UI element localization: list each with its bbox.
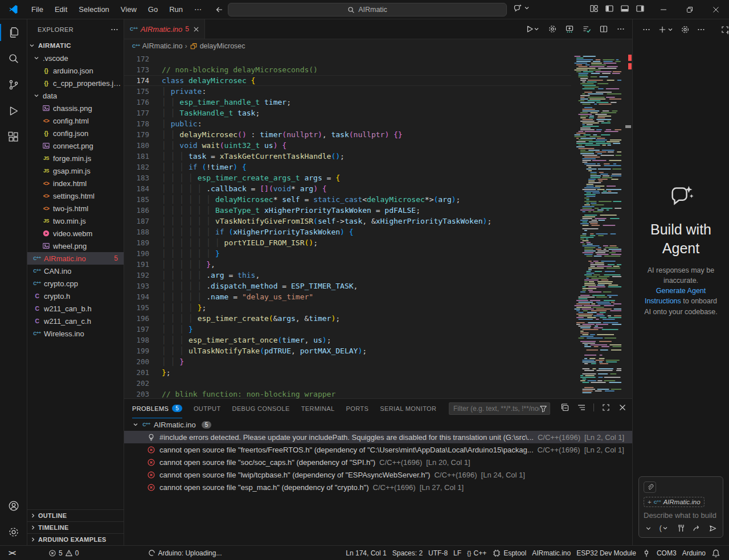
context-attachment-chip[interactable]: + C⁺⁺ AIRmatic.ino [644,497,705,507]
tree-item-data[interactable]: data [27,89,124,102]
model-dropdown[interactable]: ( [660,524,669,532]
code-line-189[interactable]: 189│ │ │ │ │ │ │ portYIELD_FROM_ISR(); [124,237,571,248]
tree-item-crypto-cpp[interactable]: C⁺⁺crypto.cpp [27,277,124,290]
code-line-182[interactable]: 182│ │ │ if (!timer) { [124,162,571,172]
activitybar-explorer[interactable] [0,19,27,46]
tree-item-two-js-html[interactable]: <>two-js.html [27,202,124,215]
toggle-sidebar-right-icon[interactable] [636,4,645,13]
panel-tab-ports[interactable]: PORTS [346,399,369,418]
code-line-183[interactable]: 183│ │ │ │ esp_timer_create_args_t args … [124,172,571,183]
tree-item-w211-can-c-h[interactable]: Cw211_can_c.h [27,315,124,327]
status-spaces--2[interactable]: Spaces: 2 [390,549,425,557]
tree-item-crypto-h[interactable]: Ccrypto.h [27,290,124,302]
tree-item-chassis-png[interactable]: chassis.png [27,102,124,114]
settings-button[interactable] [0,519,27,545]
problems-filter[interactable] [449,402,550,415]
maximize-panel-icon[interactable] [601,403,611,412]
code-line-172[interactable]: 172 [124,53,571,64]
tree-item-config-json[interactable]: {}config.json [27,127,124,139]
menu-selection[interactable]: Selection [73,3,114,15]
tree-item-gsap-min-js[interactable]: JSgsap.min.js [27,164,124,177]
tree-item-airmatic-ino[interactable]: C⁺⁺AIRmatic.ino5 [27,252,124,265]
code-line-173[interactable]: 173// non-blocking delayMicroseconds() [124,64,571,75]
code-line-191[interactable]: 191│ │ │ │ │ }, [124,259,571,270]
tree-item-video-webm[interactable]: video.webm [27,227,124,240]
panel-tab-debug-console[interactable]: DEBUG CONSOLE [232,399,290,418]
menu-more[interactable]: ⋯ [189,3,207,15]
chevron-down-icon[interactable] [533,26,540,32]
board-config-gear-icon[interactable] [548,24,557,34]
status-esptool[interactable]: Esptool [489,549,529,558]
close-panel-icon[interactable] [618,403,627,412]
menu-file[interactable]: File [26,3,48,15]
code-line-194[interactable]: 194│ │ │ │ │ .name = "delay_us_timer" [124,291,571,302]
send-icon[interactable] [708,524,717,533]
editor-more-actions-icon[interactable] [616,24,625,34]
tree-item-c-cpp-properties-json[interactable]: {}c_cpp_properties.json [27,77,124,89]
tree-item-connect-png[interactable]: connect.png [27,139,124,152]
new-chat-icon[interactable] [658,25,667,34]
chat-input-box[interactable]: + C⁺⁺ AIRmatic.ino Describe what to buil… [638,476,723,538]
sidebar-section-outline[interactable]: OUTLINE [27,509,124,521]
split-editor-icon[interactable] [599,24,608,34]
code-line-181[interactable]: 181│ │ │ task = xTaskGetCurrentTaskHandl… [124,151,571,162]
chat-maximize-icon[interactable] [720,25,729,34]
problem-row-2[interactable]: cannot open source file "freertos/FreeRT… [124,443,632,456]
attach-context-button[interactable] [644,481,656,493]
sidebar-section-timeline[interactable]: TIMELINE [27,521,124,533]
panel-tab-terminal[interactable]: TERMINAL [301,399,335,418]
chat-input-placeholder[interactable]: Describe what to build [644,511,718,520]
tree-item-w211-can-b-h[interactable]: Cw211_can_b.h [27,302,124,315]
code-line-193[interactable]: 193│ │ │ │ │ .dispatch_method = ESP_TIME… [124,281,571,291]
sidebar-section-arduino-examples[interactable]: ARDUINO EXAMPLES [27,533,124,545]
problem-row-5[interactable]: cannot open source file "esp_mac.h" (dep… [124,481,632,493]
breadcrumb-file[interactable]: AIRmatic.ino [142,42,183,50]
command-center-search[interactable]: AIRmatic [228,3,507,17]
code-line-174[interactable]: 174class delayMicrosec { [124,75,571,86]
activitybar-source-control[interactable] [0,72,27,98]
code-line-200[interactable]: 200│ │ } [124,356,571,367]
code-line-202[interactable]: 202 [124,378,571,389]
tab-airmatic-ino[interactable]: C⁺⁺ AIRmatic.ino 5 [124,19,205,39]
customize-layout-icon[interactable] [589,4,599,13]
code-line-180[interactable]: 180│ │ void wait(uint32_t us) { [124,140,571,151]
arduino-verify-icon[interactable] [582,24,591,34]
activitybar-run-debug[interactable] [0,98,27,124]
menu-go[interactable]: Go [143,3,163,15]
status-airmatic-ino[interactable]: AIRmatic.ino [529,549,574,557]
problem-row-3[interactable]: cannot open source file "soc/soc_caps.h"… [124,456,632,468]
code-line-188[interactable]: 188│ │ │ │ │ │ if (xHigherPriorityTaskWo… [124,227,571,237]
code-line-201[interactable]: 201}; [124,367,571,378]
code-line-176[interactable]: 176│ │ esp_timer_handle_t timer; [124,97,571,108]
status-ln-174--col-1[interactable]: Ln 174, Col 1 [343,549,389,557]
tools-icon[interactable] [676,524,685,533]
tree-item-config-html[interactable]: <>config.html [27,114,124,127]
collapse-all-icon[interactable] [560,403,570,412]
problems-status[interactable]: 5 0 [46,549,81,557]
code-line-196[interactable]: 196│ │ │ │ esp_timer_create(&args, &time… [124,313,571,324]
problems-file-group[interactable]: C⁺⁺AIRmatic.ino5 [124,418,632,431]
panel-tab-serial-monitor[interactable]: SERIAL MONITOR [380,399,436,418]
breadcrumb[interactable]: C⁺⁺ AIRmatic.ino › delayMicrosec [124,39,632,53]
minimap[interactable] [571,53,624,398]
panel-tab-output[interactable]: OUTPUT [194,399,221,418]
tree-item-wheel-png[interactable]: wheel.png [27,240,124,252]
tree-item-arduino-json[interactable]: {}arduino.json [27,64,124,77]
breadcrumb-symbol[interactable]: delayMicrosec [200,42,245,50]
code-line-198[interactable]: 198│ │ │ esp_timer_start_once(timer, us)… [124,335,571,345]
status-arduino[interactable]: Arduino [679,549,708,557]
nav-back-icon[interactable] [215,5,224,14]
activitybar-extensions[interactable] [0,124,27,150]
copilot-menu-button[interactable] [513,3,530,13]
mode-dropdown-icon[interactable] [645,525,652,532]
menu-edit[interactable]: Edit [50,3,72,15]
status-c--[interactable]: {}C++ [464,549,489,557]
code-line-197[interactable]: 197│ │ │ } [124,324,571,335]
chat-more-icon[interactable] [642,25,651,34]
toggle-panel-icon[interactable] [620,4,629,13]
code-editor[interactable]: 172173// non-blocking delayMicroseconds(… [124,53,632,398]
view-as-table-icon[interactable] [577,403,586,412]
restore-button[interactable] [677,0,703,19]
code-line-175[interactable]: 175│ private: [124,86,571,97]
status-esp32-dev-module[interactable]: ESP32 Dev Module [574,549,639,557]
